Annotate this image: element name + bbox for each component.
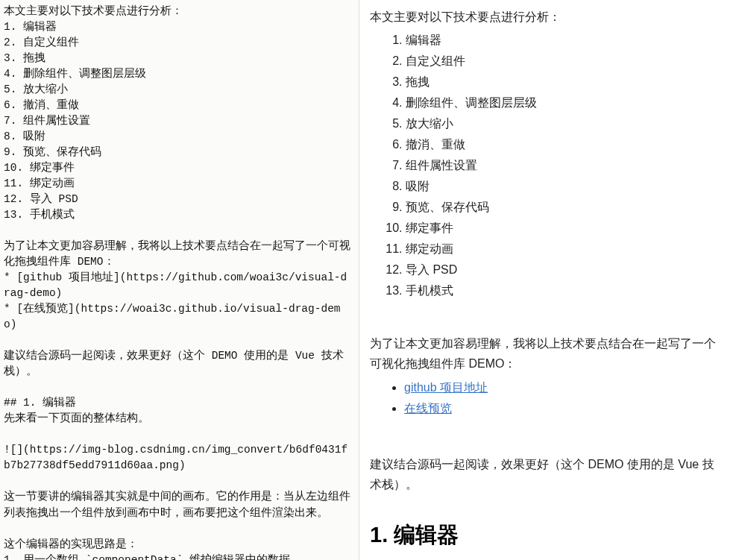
preview-link[interactable]: 在线预览 — [404, 402, 452, 415]
list-item: 自定义组件 — [406, 51, 724, 72]
source-heading: ## 1. 编辑器 — [4, 395, 351, 411]
source-item: 13. 手机模式 — [4, 207, 351, 223]
source-paragraph: 为了让本文更加容易理解，我将以上技术要点结合在一起写了一个可视化拖拽组件库 DE… — [4, 239, 351, 270]
source-item: 10. 绑定事件 — [4, 160, 351, 176]
source-item: 1. 编辑器 — [4, 19, 351, 35]
source-item: 8. 吸附 — [4, 129, 351, 145]
source-item: 9. 预览、保存代码 — [4, 145, 351, 160]
list-item: 手机模式 — [406, 280, 724, 301]
source-image-link: ![](https://img-blog.csdnimg.cn/img_conv… — [4, 442, 351, 474]
preview-paragraph: 为了让本文更加容易理解，我将以上技术要点结合在一起写了一个可视化拖拽组件库 DE… — [370, 333, 724, 374]
preview-pane[interactable]: 本文主要对以下技术要点进行分析： 编辑器 自定义组件 拖拽 删除组件、调整图层层… — [359, 0, 733, 560]
blank-line — [4, 333, 351, 348]
list-item: 编辑器 — [406, 30, 724, 51]
source-item: 2. 自定义组件 — [4, 35, 351, 51]
list-item: 拖拽 — [406, 72, 724, 92]
list-item: 导入 PSD — [406, 259, 724, 280]
source-pane[interactable]: 本文主要对以下技术要点进行分析： 1. 编辑器 2. 自定义组件 3. 拖拽 4… — [0, 0, 359, 560]
list-item: 绑定事件 — [406, 218, 724, 239]
source-paragraph: 先来看一下页面的整体结构。 — [4, 411, 351, 427]
preview-list: 编辑器 自定义组件 拖拽 删除组件、调整图层层级 放大缩小 撤消、重做 组件属性… — [370, 30, 724, 301]
source-item: 5. 放大缩小 — [4, 82, 351, 98]
source-item: 4. 删除组件、调整图层层级 — [4, 66, 351, 82]
source-item: 11. 绑定动画 — [4, 176, 351, 192]
list-item: 删除组件、调整图层层级 — [406, 92, 724, 113]
list-item: 组件属性设置 — [406, 155, 724, 176]
source-item: 7. 组件属性设置 — [4, 113, 351, 129]
source-item: 6. 撤消、重做 — [4, 98, 351, 113]
link-list-item: github 项目地址 — [404, 377, 724, 398]
link-list-item: 在线预览 — [404, 398, 724, 419]
github-link[interactable]: github 项目地址 — [404, 381, 488, 394]
blank-line — [4, 427, 351, 442]
preview-paragraph: 建议结合源码一起阅读，效果更好（这个 DEMO 使用的是 Vue 技术栈）。 — [370, 454, 724, 494]
spacer — [370, 434, 724, 452]
preview-heading: 1. 编辑器 — [370, 517, 724, 553]
list-item: 绑定动画 — [406, 239, 724, 259]
source-item: 3. 拖拽 — [4, 51, 351, 66]
preview-intro: 本文主要对以下技术要点进行分析： — [370, 7, 724, 27]
source-link: * [github 项目地址](https://github.com/woai3… — [4, 270, 351, 301]
blank-line — [4, 521, 351, 537]
source-link: * [在线预览](https://woai3c.github.io/visual… — [4, 301, 351, 333]
list-item: 吸附 — [406, 176, 724, 197]
list-item: 放大缩小 — [406, 113, 724, 134]
list-item: 预览、保存代码 — [406, 197, 724, 218]
source-paragraph: 建议结合源码一起阅读，效果更好（这个 DEMO 使用的是 Vue 技术栈）。 — [4, 348, 351, 380]
spacer — [370, 313, 724, 331]
blank-line — [4, 223, 351, 239]
preview-link-list: github 项目地址 在线预览 — [370, 377, 724, 419]
source-intro: 本文主要对以下技术要点进行分析： — [4, 4, 351, 19]
source-step: 1. 用一个数组 `componentData` 维护编辑器中的数据。 — [4, 553, 351, 560]
list-item: 撤消、重做 — [406, 134, 724, 155]
blank-line — [4, 380, 351, 395]
source-paragraph: 这一节要讲的编辑器其实就是中间的画布。它的作用是：当从左边组件列表拖拽出一个组件… — [4, 489, 351, 520]
blank-line — [4, 474, 351, 489]
source-item: 12. 导入 PSD — [4, 192, 351, 207]
source-paragraph: 这个编辑器的实现思路是： — [4, 537, 351, 553]
